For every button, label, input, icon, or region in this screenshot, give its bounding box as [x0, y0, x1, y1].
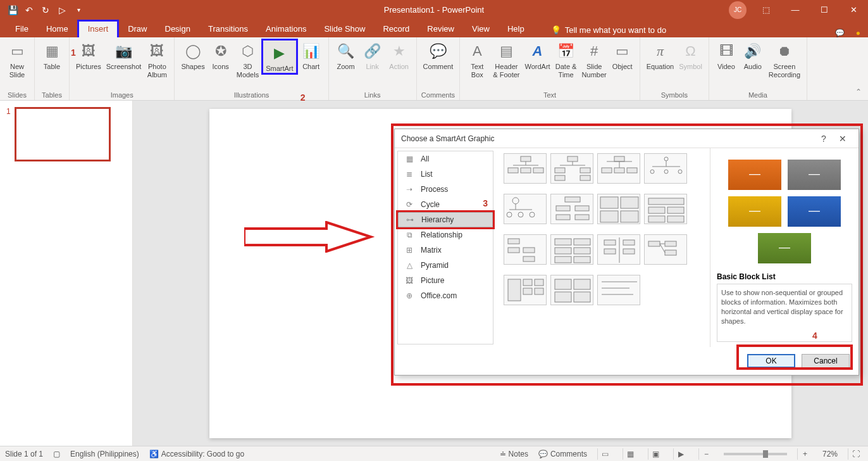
tell-me-search[interactable]: 💡 Tell me what you want to do [546, 23, 671, 37]
zoom-button[interactable]: 🔍Zoom [333, 39, 359, 71]
collapse-ribbon-icon[interactable]: ⌃ [855, 87, 862, 96]
chart-button[interactable]: 📊Chart [298, 39, 325, 71]
redo-icon[interactable]: ↻ [38, 3, 53, 18]
dialog-close-button[interactable]: ✕ [833, 134, 852, 144]
equation-button[interactable]: πEquation [644, 39, 676, 71]
equation-icon: π [650, 41, 670, 61]
close-icon[interactable]: ✕ [839, 0, 868, 20]
category-hierarchy[interactable]: ⊶Hierarchy [398, 212, 493, 227]
slide-thumbnail-1[interactable] [15, 107, 111, 161]
layout-option[interactable] [504, 234, 547, 265]
3d-models-button[interactable]: ⬡3D Models [234, 39, 261, 79]
maximize-icon[interactable]: ☐ [810, 0, 839, 20]
video-button[interactable]: 🎞Video [713, 39, 740, 71]
date-time-button[interactable]: 📅Date & Time [553, 39, 580, 79]
tab-draw[interactable]: Draw [119, 20, 156, 37]
ribbon-display-options-icon[interactable]: ⬚ [752, 0, 781, 20]
text-box-button[interactable]: AText Box [464, 39, 490, 79]
wordart-icon: A [528, 41, 548, 61]
comments-button[interactable]: 💬Comments [538, 450, 587, 458]
screen-recording-button[interactable]: ⏺Screen Recording [766, 39, 803, 79]
layout-option[interactable] [597, 153, 640, 184]
category-picture[interactable]: 🖼Picture [398, 273, 493, 288]
svg-rect-45 [667, 216, 684, 222]
category-office[interactable]: ⊕Office.com [398, 288, 493, 303]
language-indicator[interactable]: English (Philippines) [70, 450, 139, 458]
notes-button[interactable]: ≐Notes [500, 450, 528, 458]
share-icon[interactable]: 💬 [835, 28, 845, 37]
layout-option[interactable] [597, 234, 640, 265]
accessibility-check[interactable]: ♿Accessibility: Good to go [149, 450, 244, 458]
layout-option[interactable] [644, 153, 687, 184]
header-footer-button[interactable]: ▤Header & Footer [490, 39, 522, 79]
dialog-help-button[interactable]: ? [814, 134, 833, 144]
text-box-icon: A [467, 41, 487, 61]
tab-record[interactable]: Record [374, 20, 418, 37]
icons-button[interactable]: ✪Icons [208, 39, 234, 71]
zoom-percent[interactable]: 72% [822, 450, 838, 458]
normal-view-icon[interactable]: ▭ [597, 448, 612, 460]
slide-counter[interactable]: Slide 1 of 1 [5, 450, 43, 458]
wordart-button[interactable]: AWordArt [522, 39, 552, 71]
pictures-button[interactable]: 🖼Pictures [73, 39, 104, 71]
tab-insert[interactable]: Insert [77, 20, 120, 37]
layout-option[interactable] [504, 275, 547, 305]
layout-option[interactable] [550, 275, 593, 305]
tab-slideshow[interactable]: Slide Show [315, 20, 374, 37]
spellcheck-icon[interactable]: ▢ [53, 450, 60, 458]
category-list[interactable]: ≣List [398, 167, 493, 182]
audio-button[interactable]: 🔊Audio [740, 39, 766, 71]
layout-option[interactable] [550, 234, 593, 265]
tab-review[interactable]: Review [418, 20, 463, 37]
svg-rect-32 [565, 197, 580, 202]
category-pyramid[interactable]: △Pyramid [398, 258, 493, 273]
layout-option[interactable] [597, 194, 640, 224]
start-from-beginning-icon[interactable]: ▷ [54, 3, 70, 18]
tab-transitions[interactable]: Transitions [199, 20, 257, 37]
zoom-slider[interactable] [724, 453, 787, 455]
layout-option[interactable] [550, 153, 593, 184]
tab-design[interactable]: Design [156, 20, 199, 37]
zoom-out-icon[interactable]: − [698, 448, 714, 460]
layout-option[interactable] [504, 194, 547, 224]
category-cycle[interactable]: ⟳Cycle [398, 197, 493, 212]
category-relationship[interactable]: ⧉Relationship [398, 227, 493, 243]
zoom-in-icon[interactable]: + [797, 448, 812, 460]
tab-animations[interactable]: Animations [257, 20, 315, 37]
layout-option[interactable] [644, 234, 687, 265]
tab-view[interactable]: View [463, 20, 499, 37]
fit-to-window-icon[interactable]: ⛶ [848, 448, 863, 460]
undo-icon[interactable]: ↶ [22, 3, 37, 18]
date-time-icon: 📅 [556, 41, 576, 61]
slideshow-view-icon[interactable]: ▶ [673, 448, 688, 460]
reading-view-icon[interactable]: ▣ [648, 448, 663, 460]
category-matrix[interactable]: ⊞Matrix [398, 243, 493, 258]
smartart-button[interactable]: ▶SmartArt [261, 39, 297, 75]
annotation-buttons-box [736, 344, 853, 370]
category-all[interactable]: ▦All [398, 151, 493, 167]
shapes-button[interactable]: ◯Shapes [178, 39, 207, 71]
minimize-icon[interactable]: — [781, 0, 810, 20]
qat-more-icon[interactable]: ▾ [71, 3, 86, 18]
svg-rect-17 [627, 168, 637, 173]
layout-option[interactable] [504, 153, 547, 184]
photo-album-button[interactable]: 🖼Photo Album [144, 39, 170, 79]
category-process[interactable]: ➝Process [398, 182, 493, 197]
layout-option[interactable] [644, 194, 687, 224]
tab-help[interactable]: Help [499, 20, 533, 37]
table-button[interactable]: ▦Table [39, 39, 65, 71]
comment-button[interactable]: 💬Comment [421, 39, 456, 71]
slide-number-button[interactable]: #Slide Number [580, 39, 609, 79]
layout-option[interactable] [597, 275, 640, 305]
new-slide-button[interactable]: ▭New Slide [4, 39, 30, 79]
tab-file[interactable]: File [6, 20, 37, 37]
tab-home[interactable]: Home [37, 20, 77, 37]
layout-option[interactable] [550, 194, 593, 224]
slide-thumbnail-panel[interactable]: 1 [0, 101, 133, 446]
user-avatar[interactable]: JC [729, 1, 747, 19]
object-button[interactable]: ▭Object [609, 39, 636, 71]
svg-rect-69 [535, 279, 543, 286]
screenshot-button[interactable]: 📷Screenshot [104, 39, 144, 71]
save-icon[interactable]: 💾 [5, 3, 20, 18]
slide-sorter-view-icon[interactable]: ▦ [623, 448, 638, 460]
